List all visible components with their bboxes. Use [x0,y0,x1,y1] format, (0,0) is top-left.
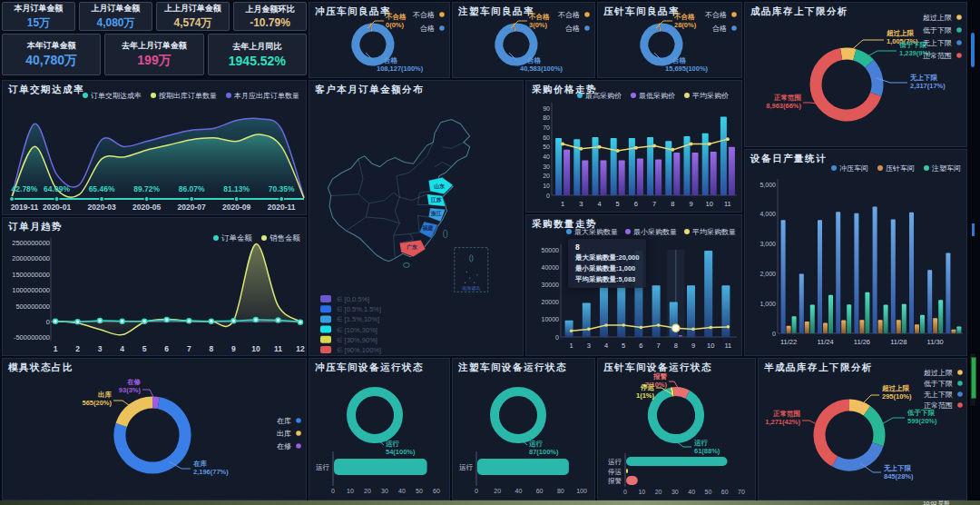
legend-dot[interactable] [957,370,963,375]
scrollbar-track[interactable] [969,352,976,407]
legend-dot[interactable] [956,53,962,58]
legend-label[interactable]: 订单交期达成率 [91,92,142,100]
data-label: 超过上限295(10%) [881,384,912,401]
map-legend-swatch[interactable] [320,305,331,312]
legend-dot[interactable] [296,431,301,436]
legend-label[interactable]: 超过上限 [923,14,952,22]
scrollbar-fragment-mid[interactable] [972,223,975,236]
donut-segment [819,405,849,461]
legend-dot[interactable] [957,391,963,397]
axis-label: 12 [296,344,305,353]
marker [616,149,620,153]
legend-label[interactable]: 按期出库订单数量 [159,92,217,100]
scrollbar-fragment-top[interactable] [971,33,975,67]
legend-label[interactable]: 无上下限 [923,39,952,47]
legend-dot[interactable] [625,229,631,234]
bar [873,207,877,333]
delivery-rate-area-chart: 42.78%2019-1164.09%2020-0165.46%2020-038… [3,81,308,216]
marker [672,324,680,332]
legend-dot[interactable] [584,25,590,31]
legend-dot[interactable] [631,93,636,98]
bar [818,220,822,333]
tspan-el: 54(100%) [386,448,416,456]
legend-label[interactable]: 无上下限 [924,391,953,399]
legend-dot[interactable] [296,443,301,449]
axis-label: 4 [604,342,608,350]
legend-dot[interactable] [957,402,963,408]
scrollbar-thumb[interactable] [971,357,976,399]
tooltip-line: 最大采购数量:20,000 [575,253,639,262]
legend-dot[interactable] [731,12,737,17]
legend-dot[interactable] [731,25,737,31]
legend-dot[interactable] [924,165,929,171]
legend-label[interactable]: 正常范围 [923,52,952,60]
bar [704,251,712,337]
legend-dot[interactable] [831,165,837,171]
kpi-value: 4,574万 [173,15,211,31]
dashboard-root: 本月订单金额15万上月订单金额4,080万上上月订单金额4,574万上月金额环比… [0,0,980,505]
legend-label[interactable]: 超过上限 [924,369,953,377]
legend-dot[interactable] [584,12,590,17]
legend-label[interactable]: 在库 [277,417,291,425]
map-legend-swatch[interactable] [320,326,331,333]
axis-label: 4,000 [760,211,776,217]
marker [190,197,194,202]
map-legend-swatch[interactable] [320,336,331,343]
legend-label[interactable]: 在修 [277,442,291,451]
legend-label[interactable]: 不合格 [558,11,580,19]
legend-label[interactable]: 正常范围 [924,401,953,410]
legend-dot[interactable] [877,165,883,171]
legend-dot[interactable] [957,381,963,386]
legend-dot[interactable] [684,229,690,234]
data-label: 无上下限845(28%) [883,464,914,480]
legend-label[interactable]: 本月应出库订单数量 [233,92,299,100]
axis-label: 7 [657,342,661,350]
legend-label[interactable]: 销售金额 [270,233,301,243]
legend-label[interactable]: 平均采购数量 [692,228,736,236]
legend-dot[interactable] [261,235,267,241]
semi-stock-donut: 超过上限295(10%)低于下限599(20%)无上下限845(28%)正常范围… [759,359,968,501]
panel-injection-equip-status: 注塑车间设备运行状态 运行87(100%)运行020406080100 [452,358,595,500]
axis-label: 10 [706,200,713,208]
marker [570,329,573,332]
kpi-value: 4,080万 [96,15,134,31]
legend-dot[interactable] [439,12,445,17]
map-legend-swatch[interactable] [320,346,331,353]
legend-dot[interactable] [684,93,690,98]
map-legend-swatch[interactable] [320,295,331,302]
legend-dot[interactable] [213,235,219,241]
taskbar-strip[interactable]: 10:02 星期 [0,500,980,505]
legend-label[interactable]: 最小采购数量 [633,228,677,236]
legend-label[interactable]: 平均采购价 [692,92,729,100]
legend-label[interactable]: 出库 [277,430,291,438]
pct-label: 64.09% [44,184,70,193]
legend-label[interactable]: 压针车间 [886,164,915,173]
legend-dot[interactable] [439,25,445,31]
legend-dot[interactable] [956,27,962,33]
legend-label[interactable]: 订单金额 [221,233,253,243]
legend-label[interactable]: 合格 [565,25,580,33]
legend-label[interactable]: 不合格 [413,11,435,19]
donut-segment [867,411,879,444]
legend-dot[interactable] [296,418,301,423]
legend-label[interactable]: 低于下限 [924,380,953,388]
legend-label[interactable]: 合格 [712,25,727,33]
legend-label[interactable]: 低于下限 [923,26,952,35]
axis-label: 报警 [607,477,622,485]
legend-label[interactable]: 冲压车间 [839,164,868,173]
marker [142,319,147,323]
bar [915,324,919,333]
legend-dot[interactable] [956,15,962,20]
axis-label: 2000000000 [12,254,50,262]
legend-dot[interactable] [226,93,231,98]
donut-segment [495,391,542,439]
legend-label[interactable]: 合格 [420,25,435,33]
legend-label[interactable]: 不合格 [705,11,727,19]
legend-dot[interactable] [151,93,156,98]
bar [601,161,607,195]
kpi-label: 去年上月订单金额 [122,40,187,52]
legend-label[interactable]: 最低采购价 [639,92,675,100]
legend-dot[interactable] [956,40,962,45]
legend-label[interactable]: 注塑车间 [931,164,961,173]
map-legend-swatch[interactable] [320,315,331,322]
